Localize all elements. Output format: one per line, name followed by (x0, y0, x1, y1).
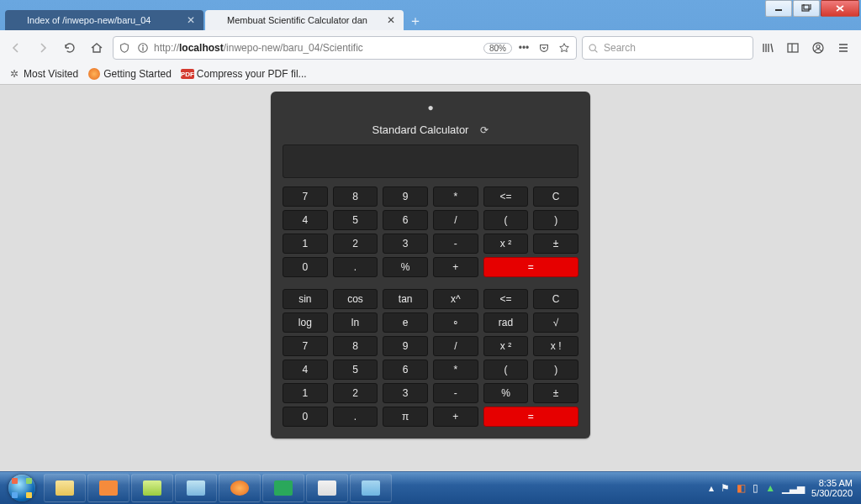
calc-key[interactable]: * (433, 186, 478, 207)
shield-icon[interactable] (117, 42, 132, 54)
new-tab-button[interactable]: ＋ (405, 12, 425, 30)
calc-key[interactable]: 9 (383, 336, 428, 356)
calc-key[interactable]: 2 (333, 234, 378, 254)
calc-key[interactable]: <= (483, 186, 529, 207)
calc-key[interactable]: 8 (333, 336, 378, 356)
tab-close-button[interactable]: ✕ (185, 14, 197, 26)
calc-key[interactable]: 0 (283, 407, 328, 427)
task-xampp[interactable] (87, 474, 129, 502)
calc-key[interactable]: tan (383, 289, 428, 309)
bookmark-getting-started[interactable]: Getting Started (88, 68, 172, 80)
site-info-icon[interactable] (135, 42, 151, 54)
zoom-badge[interactable]: 80% (483, 43, 512, 54)
calc-key[interactable]: * (433, 360, 478, 380)
calc-key[interactable]: ) (533, 210, 578, 230)
calc-key[interactable]: 1 (283, 234, 328, 254)
tray-network-icon[interactable]: ▲ (765, 482, 775, 494)
forward-button[interactable] (32, 37, 54, 59)
calc-key[interactable]: 3 (383, 383, 428, 403)
bookmark-compress-pdf[interactable]: PDF Compress your PDF fil... (182, 68, 307, 80)
task-firefox[interactable] (219, 474, 261, 502)
calc-key[interactable]: √ (533, 312, 578, 333)
calc-key-equals[interactable]: = (483, 407, 578, 427)
calc-key[interactable]: ln (333, 312, 378, 333)
calc-key[interactable]: / (433, 210, 478, 230)
calc-key[interactable]: C (533, 186, 578, 207)
calc-key[interactable]: 5 (333, 210, 378, 230)
calc-key[interactable]: - (433, 383, 478, 403)
calc-key[interactable]: x^ (433, 289, 478, 309)
task-explorer[interactable] (44, 474, 86, 502)
calc-key[interactable]: 6 (383, 210, 428, 230)
tab-active[interactable]: Membuat Scientific Calculator dan ✕ (205, 10, 404, 30)
calc-key[interactable]: ) (533, 360, 578, 380)
calc-key[interactable]: e (383, 312, 428, 333)
task-photos[interactable] (350, 474, 392, 502)
calc-key[interactable]: 0 (283, 257, 328, 277)
calc-key[interactable]: 7 (283, 336, 328, 356)
calc-key[interactable]: 5 (333, 360, 378, 380)
calc-key[interactable]: 2 (333, 383, 378, 403)
tray-security-icon[interactable]: ◧ (737, 482, 746, 494)
back-button[interactable] (5, 37, 27, 59)
calc-key[interactable]: ( (483, 210, 529, 230)
page-actions-icon[interactable]: ••• (515, 42, 532, 54)
calc-key[interactable]: 7 (283, 186, 328, 207)
calc-key[interactable]: 4 (283, 360, 328, 380)
calculator-refresh-icon[interactable]: ⟳ (480, 124, 489, 136)
calc-key[interactable]: 6 (383, 360, 428, 380)
calc-key[interactable]: 4 (283, 210, 328, 230)
sidebar-icon[interactable] (784, 39, 802, 57)
reload-button[interactable] (59, 37, 81, 59)
tab-inactive[interactable]: Index of /inwepo-new/baru_04 ✕ (5, 10, 203, 30)
search-bar[interactable]: Search (582, 36, 753, 60)
task-notepadpp[interactable] (131, 474, 173, 502)
library-icon[interactable] (758, 39, 777, 57)
home-button[interactable] (86, 37, 108, 59)
calc-key[interactable]: 8 (333, 186, 378, 207)
bookmark-star-icon[interactable] (556, 42, 573, 54)
app-menu-icon[interactable] (834, 39, 853, 57)
calc-key[interactable]: cos (333, 289, 378, 309)
bookmark-most-visited[interactable]: ✲ Most Visited (8, 68, 78, 80)
account-icon[interactable] (809, 39, 827, 57)
calc-key[interactable]: + (433, 407, 478, 427)
calc-key[interactable]: ± (533, 234, 578, 254)
task-calculator[interactable] (175, 474, 217, 502)
pocket-icon[interactable] (536, 42, 552, 54)
calc-key[interactable]: <= (483, 289, 529, 309)
calc-key[interactable]: ∘ (433, 312, 478, 333)
task-paint[interactable] (306, 474, 348, 502)
calc-key[interactable]: x ² (483, 336, 529, 356)
calc-key[interactable]: ± (533, 383, 578, 403)
tray-clock[interactable]: 8:35 AM 5/30/2020 (811, 478, 853, 498)
calc-key[interactable]: 1 (283, 383, 328, 403)
task-app-green[interactable] (262, 474, 304, 502)
tray-flag-icon[interactable]: ⚑ (721, 482, 730, 494)
calc-key[interactable]: 3 (383, 234, 428, 254)
calc-key[interactable]: % (383, 257, 428, 277)
calc-key[interactable]: 9 (383, 186, 428, 207)
url-bar[interactable]: http://localhost/inwepo-new/baru_04/Scie… (113, 36, 577, 60)
calc-key[interactable]: rad (483, 312, 529, 333)
calc-key[interactable]: sin (283, 289, 328, 309)
calc-key[interactable]: ( (483, 360, 529, 380)
calc-key[interactable]: . (333, 407, 378, 427)
calc-key[interactable]: - (433, 234, 478, 254)
calc-key[interactable]: log (283, 312, 328, 333)
tray-show-hidden-icon[interactable]: ▴ (709, 482, 714, 494)
calc-key[interactable]: x ! (533, 336, 578, 356)
window-maximize-button[interactable] (793, 0, 820, 17)
calc-key[interactable]: π (383, 407, 428, 427)
calc-key[interactable]: . (333, 257, 378, 277)
calc-key[interactable]: x ² (483, 234, 529, 254)
window-minimize-button[interactable] (765, 0, 792, 17)
calc-key-equals[interactable]: = (483, 257, 578, 277)
calculator-display[interactable] (283, 144, 578, 178)
tray-wifi-icon[interactable]: ▁▃▅ (782, 482, 805, 494)
start-button[interactable] (3, 474, 40, 502)
tray-battery-icon[interactable]: ▯ (753, 482, 758, 494)
tab-close-button[interactable]: ✕ (385, 14, 397, 26)
window-close-button[interactable] (821, 0, 859, 17)
calc-key[interactable]: / (433, 336, 478, 356)
